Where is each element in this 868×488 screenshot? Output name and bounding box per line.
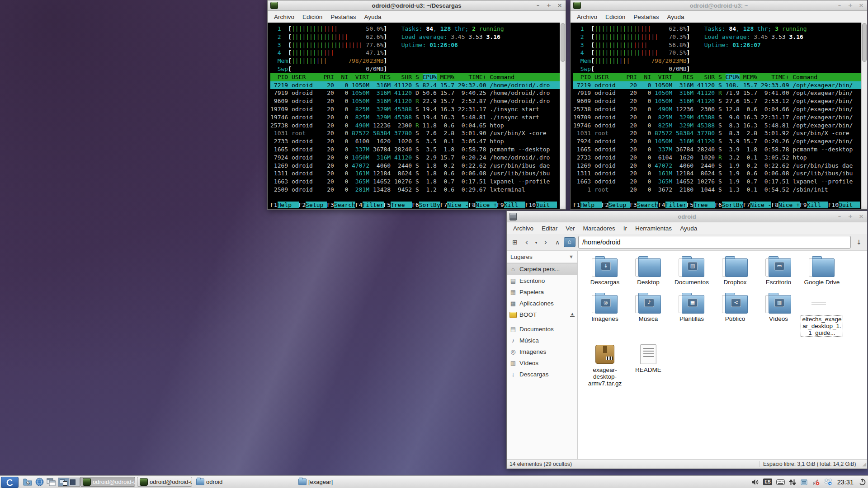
file-icon[interactable]: ▦Plantillas bbox=[670, 293, 713, 337]
minimize-button[interactable]: – bbox=[836, 1, 843, 9]
process-row[interactable]: 9609 odroid 20 0 1050M 316M 41120 R 22.9… bbox=[270, 97, 560, 105]
menu-item-ver[interactable]: Ver bbox=[561, 224, 579, 233]
process-row[interactable]: 1663 odroid 20 0 365M 14652 10276 S 1.9 … bbox=[573, 178, 861, 186]
file-icon[interactable]: Dropbox bbox=[714, 256, 756, 286]
htop-function-key-bar[interactable]: F1Help F2Setup F3SearchF4FilterF5Tree F6… bbox=[270, 201, 560, 209]
process-row[interactable]: 9609 odroid 20 0 1050M 316M 41120 S 27.6… bbox=[573, 97, 861, 105]
close-button[interactable]: × bbox=[858, 212, 864, 221]
sidebar-item-videos[interactable]: ▥Vídeos bbox=[507, 357, 577, 369]
minimize-button[interactable]: – bbox=[535, 1, 541, 9]
sidebar-item-boot-drive[interactable]: BOOT▲ bbox=[507, 309, 577, 320]
menu-item-editar[interactable]: Editar bbox=[538, 224, 561, 233]
process-row[interactable]: 19709 odroid 20 0 825M 329M 45388 S 19.4… bbox=[270, 105, 560, 113]
titlebar[interactable]: odroid@odroid-u3: ~/Descargas – + × bbox=[268, 0, 566, 11]
file-icon[interactable]: eltechs_exagear_desktop_1.1_guide... bbox=[801, 293, 843, 337]
workspace-1[interactable] bbox=[58, 478, 69, 486]
process-table-header[interactable]: PID USER PRI NI VIRT RES SHR S CPU% MEM%… bbox=[270, 73, 560, 81]
htop-function-key-bar[interactable]: F1Help F2Setup F3SearchF4FilterF5Tree F6… bbox=[573, 201, 861, 209]
task-button[interactable]: [exagear] bbox=[296, 477, 351, 487]
file-icon[interactable]: Google Drive bbox=[801, 256, 843, 286]
process-row[interactable]: 7924 odroid 20 0 1050M 316M 41120 S 2.9 … bbox=[270, 154, 560, 162]
menu-item-pestañas[interactable]: Pestañas bbox=[326, 12, 360, 22]
keyboard-icon[interactable] bbox=[776, 479, 785, 485]
close-button[interactable]: × bbox=[557, 1, 563, 9]
process-row[interactable]: 7219 odroid 20 0 1050M 316M 41120 S 108.… bbox=[573, 81, 861, 89]
titlebar[interactable]: odroid – + × bbox=[507, 211, 867, 222]
back-button[interactable]: ‹ bbox=[521, 236, 532, 248]
volume-icon[interactable] bbox=[751, 479, 759, 486]
file-icon[interactable]: <Público bbox=[714, 293, 756, 337]
menu-item-ayuda[interactable]: Ayuda bbox=[663, 12, 689, 22]
file-icon[interactable]: ▥Vídeos bbox=[757, 293, 800, 337]
process-row[interactable]: 25738 odroid 20 0 490M 12236 2300 S 12.8… bbox=[573, 105, 861, 113]
menu-item-archivo[interactable]: Archivo bbox=[509, 224, 538, 233]
workspace-pager[interactable] bbox=[58, 478, 80, 487]
process-row[interactable]: 1031 root 20 0 87572 58384 37780 S 8.3 2… bbox=[573, 129, 861, 137]
menu-item-edición[interactable]: Edición bbox=[298, 12, 326, 22]
jump-to-icon[interactable]: ↓ bbox=[854, 236, 864, 248]
sidebar-item-downloads[interactable]: ↓Descargas bbox=[507, 369, 577, 380]
sidebar-item-trash[interactable]: ▦Papelera bbox=[507, 286, 577, 298]
process-row[interactable]: 19709 odroid 20 0 825M 329M 45388 S 9.0 … bbox=[573, 113, 861, 122]
file-icon[interactable]: Desktop bbox=[627, 256, 670, 286]
process-row[interactable]: 7919 odroid 20 0 1050M 316M 41120 R 71.9… bbox=[573, 89, 861, 97]
process-row[interactable]: 2733 odroid 20 0 6100 1620 1020 S 3.5 0.… bbox=[270, 137, 560, 145]
sidebar-item-documents[interactable]: ▤Documentos bbox=[507, 324, 577, 335]
menu-item-ir[interactable]: Ir bbox=[619, 224, 631, 233]
power-icon[interactable] bbox=[859, 478, 866, 486]
menu-item-archivo[interactable]: Archivo bbox=[573, 12, 601, 22]
path-input[interactable] bbox=[578, 236, 851, 249]
up-button[interactable]: ∧ bbox=[552, 236, 563, 248]
file-icon[interactable]: ◎Imágenes bbox=[584, 293, 626, 337]
menu-item-archivo[interactable]: Archivo bbox=[270, 12, 298, 22]
maximize-button[interactable]: + bbox=[847, 212, 854, 221]
maximize-button[interactable]: + bbox=[546, 1, 552, 9]
process-row[interactable]: 1311 odroid 20 0 161M 12184 8624 S 1.9 0… bbox=[573, 169, 861, 178]
menu-item-marcadores[interactable]: Marcadores bbox=[579, 224, 619, 233]
scrollbar-thumb[interactable] bbox=[862, 23, 867, 62]
history-dropdown-button[interactable]: ▾ bbox=[533, 236, 539, 248]
process-row[interactable]: 2733 odroid 20 0 6104 1620 1020 R 3.2 0.… bbox=[573, 154, 861, 162]
process-row[interactable]: 1269 odroid 20 0 47072 4060 2440 S 1.8 0… bbox=[270, 162, 560, 170]
process-row[interactable]: 1269 odroid 20 0 47072 4060 2440 S 1.9 0… bbox=[573, 162, 861, 170]
process-row[interactable]: 1031 root 20 0 87572 58384 37780 S 7.6 2… bbox=[270, 129, 560, 137]
process-row[interactable]: 7219 odroid 20 0 1050M 316M 41120 S 82.4… bbox=[270, 81, 560, 89]
sidebar-item-desktop[interactable]: ▤Escritorio bbox=[507, 275, 577, 286]
minimize-button[interactable]: – bbox=[836, 212, 843, 221]
file-icon[interactable]: exagear-desktop-armv7.tar.gz bbox=[584, 344, 626, 387]
process-row[interactable]: 1665 odroid 20 0 337M 36784 28240 S 3.5 … bbox=[270, 145, 560, 154]
updown-arrows-icon[interactable] bbox=[789, 479, 796, 486]
process-row[interactable]: 19746 odroid 20 0 825M 329M 45388 S 19.4… bbox=[270, 113, 560, 122]
process-row[interactable]: 7919 odroid 20 0 1050M 316M 41120 D 50.6… bbox=[270, 89, 560, 97]
process-table-header[interactable]: PID USER PRI NI VIRT RES SHR S CPU% MEM%… bbox=[573, 73, 861, 81]
scrollbar-thumb[interactable] bbox=[561, 23, 565, 62]
places-header[interactable]: Lugares ▼ bbox=[507, 251, 577, 263]
process-row[interactable]: 1665 odroid 20 0 337M 36784 28240 S 3.9 … bbox=[573, 145, 861, 154]
sidebar-item-music[interactable]: ♪Música bbox=[507, 335, 577, 346]
file-icon[interactable]: ↓Descargas bbox=[584, 256, 626, 286]
sidebar-item-images[interactable]: ◎Imágenes bbox=[507, 346, 577, 357]
home-button[interactable]: ⌂ bbox=[564, 237, 576, 247]
file-icon[interactable]: ▭Escritorio bbox=[757, 256, 800, 286]
file-icon[interactable]: ♪Música bbox=[627, 293, 670, 337]
file-icon[interactable]: ▤Documentos bbox=[670, 256, 713, 286]
menu-item-ayuda[interactable]: Ayuda bbox=[676, 224, 701, 233]
process-row[interactable]: 2509 odroid 20 0 281M 13428 9452 S 1.2 0… bbox=[270, 186, 560, 194]
clipboard-icon[interactable] bbox=[800, 479, 808, 486]
new-tab-button[interactable]: ⊞ bbox=[509, 236, 520, 248]
sidebar-item-home[interactable]: ⌂Carpeta pers... bbox=[507, 263, 577, 275]
process-row[interactable]: 7924 odroid 20 0 1050M 316M 41120 S 3.9 … bbox=[573, 137, 861, 145]
titlebar[interactable]: odroid@odroid-u3: ~ – + × bbox=[571, 0, 867, 11]
menu-item-ayuda[interactable]: Ayuda bbox=[360, 12, 386, 22]
clock[interactable]: 23:31 bbox=[837, 479, 854, 486]
network-disconnected-icon[interactable] bbox=[812, 479, 820, 486]
close-button[interactable]: × bbox=[858, 1, 864, 9]
start-menu-button[interactable] bbox=[1, 477, 19, 488]
maximize-button[interactable]: + bbox=[847, 1, 854, 9]
web-browser-launcher-icon[interactable] bbox=[34, 477, 44, 487]
process-row[interactable]: 1663 odroid 20 0 365M 14652 10276 S 1.8 … bbox=[270, 178, 560, 186]
process-row[interactable]: 1311 odroid 20 0 161M 12184 8624 S 1.8 0… bbox=[270, 169, 560, 178]
dropbox-tray-icon[interactable] bbox=[824, 478, 832, 486]
process-row[interactable]: 25738 odroid 20 0 490M 12236 2300 R 11.8… bbox=[270, 122, 560, 130]
eject-icon[interactable]: ▲ bbox=[570, 312, 575, 317]
